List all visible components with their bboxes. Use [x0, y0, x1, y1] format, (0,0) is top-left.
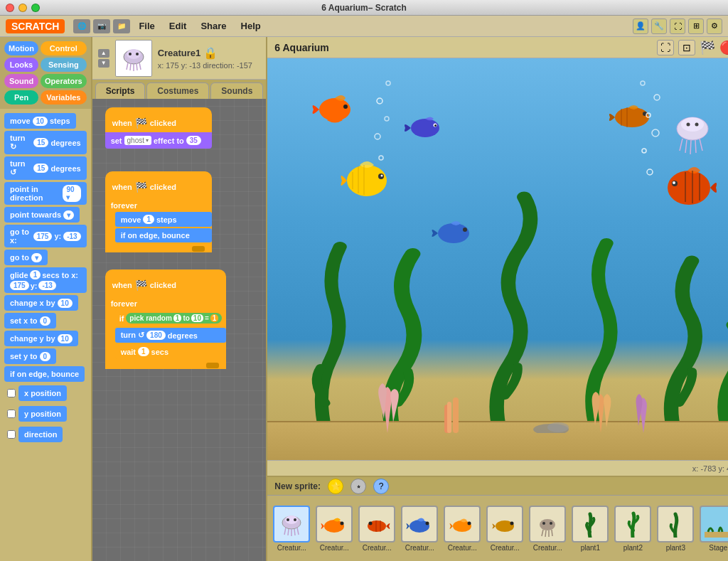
maximize-button[interactable] — [31, 4, 40, 12]
minimize-button[interactable] — [18, 4, 27, 12]
set-ghost-effect-block[interactable]: set ghost ▾ effect to 35 — [105, 132, 212, 149]
turn-left-block[interactable]: turn ↺ 15 degrees — [4, 156, 87, 180]
sprite-item-plant1[interactable]: plant1 — [572, 506, 609, 552]
category-sound[interactable]: Sound — [4, 74, 38, 88]
category-sensing[interactable]: Sensing — [41, 58, 87, 72]
sprite-next-button[interactable]: ▼ — [98, 59, 109, 68]
sprite-item-creature5[interactable]: Creatur... — [444, 506, 481, 552]
file-menu[interactable]: File — [133, 19, 160, 33]
when-clicked-hat-3[interactable]: when 🏁 clicked — [105, 269, 227, 294]
move-1-steps-block[interactable]: move 1 steps — [115, 212, 212, 227]
change-y-block[interactable]: change y by 10 — [4, 331, 78, 346]
scratch-logo[interactable]: SCRATCH — [6, 19, 65, 33]
add-sprite-help-button[interactable]: ? — [373, 479, 389, 494]
sprite-item-creature2[interactable]: Creatur... — [316, 506, 353, 552]
add-sprite-star-button[interactable]: ⭐ — [328, 479, 343, 494]
sprite-item-plant3[interactable]: plant3 — [657, 506, 694, 552]
menubar: SCRATCH 🌐 📷 📁 File Edit Share Help 👤 🔧 ⛶… — [0, 16, 728, 37]
x-position-checkbox[interactable] — [7, 389, 16, 397]
goto-block[interactable]: go to ▾ — [4, 250, 48, 265]
svg-point-18 — [434, 124, 437, 127]
share-menu[interactable]: Share — [195, 19, 232, 33]
stage-controls: ⛶ ⊡ 🏁 🔴 — [657, 40, 728, 55]
sprite-prev-button[interactable]: ▲ — [98, 49, 109, 58]
if-on-edge-bounce-block[interactable]: if on edge, bounce — [115, 228, 212, 242]
category-variables[interactable]: Variables — [41, 90, 87, 105]
forever-block-2[interactable]: forever move 1 steps if on edge, bounce — [105, 196, 212, 252]
sprite-info: Creature1 🔒 x: 175 y: -13 direction: -15… — [158, 46, 261, 70]
help-menu[interactable]: Help — [235, 19, 267, 33]
fullscreen-icon[interactable]: ⛶ — [670, 18, 685, 34]
green-flag-button[interactable]: 🏁 — [700, 40, 715, 55]
sprite-item-creature1[interactable]: Creatur... — [273, 506, 310, 552]
glide-block[interactable]: glide 1 secs to x: 175 y: -13 — [4, 267, 87, 293]
sprite-thumb-creature5 — [444, 506, 481, 543]
if-random-block[interactable]: if pick random 1 to 10 = 1 — [115, 310, 227, 326]
sprite-item-creature3[interactable]: Creatur... — [358, 506, 395, 552]
close-button[interactable] — [6, 4, 14, 12]
category-motion[interactable]: Motion — [4, 41, 38, 55]
y-position-block[interactable]: y position — [18, 406, 67, 422]
goto-xy-block[interactable]: go to x: 175 y: -13 — [4, 225, 87, 247]
add-sprite-paint-button[interactable]: ⭒ — [350, 479, 366, 494]
point-towards-block[interactable]: point towards ▾ — [4, 207, 80, 223]
wait-1-secs-block[interactable]: wait 1 secs — [115, 344, 227, 359]
camera-icon[interactable]: 📷 — [93, 19, 110, 33]
expand-icon[interactable]: ⛶ — [657, 40, 674, 55]
forever-block-3[interactable]: forever if pick random 1 to 10 = — [105, 294, 227, 369]
shrink-icon[interactable]: ⊡ — [678, 40, 695, 55]
stage-title: 6 Aquarium — [274, 42, 329, 53]
category-operators[interactable]: Operators — [41, 74, 87, 88]
jellyfish-sprite — [671, 112, 714, 165]
direction-checkbox[interactable] — [7, 430, 16, 439]
sprite-label-plant3: plant3 — [666, 544, 685, 552]
sprite-item-creature4[interactable]: Creatur... — [401, 506, 438, 552]
sprite-thumb-plant3 — [657, 506, 694, 543]
change-x-block[interactable]: change x by 10 — [4, 295, 78, 311]
svg-point-44 — [687, 123, 690, 127]
when-clicked-hat-2[interactable]: when 🏁 clicked — [105, 171, 212, 196]
tab-costumes[interactable]: Costumes — [146, 82, 209, 99]
svg-point-33 — [615, 107, 649, 127]
category-pen[interactable]: Pen — [4, 90, 38, 105]
turn-right-block[interactable]: turn ↻ 15 degrees — [4, 131, 87, 154]
direction-row: direction — [4, 425, 87, 444]
edge-bounce-block[interactable]: if on edge, bounce — [4, 366, 85, 382]
forever-inner-3: if pick random 1 to 10 = 1 — [115, 310, 227, 362]
sprite-item-stage[interactable]: Stage — [700, 506, 728, 552]
svg-point-38 — [681, 117, 704, 132]
set-y-block[interactable]: set y to 0 — [4, 348, 56, 364]
move-block[interactable]: move 10 steps — [4, 113, 76, 129]
sprite-item-creature7[interactable]: Creatur... — [529, 506, 566, 552]
sprite-label-creature4: Creatur... — [405, 544, 434, 552]
settings-icon[interactable]: ⚙ — [707, 18, 722, 34]
set-x-block[interactable]: set x to 0 — [4, 313, 56, 328]
grid-icon[interactable]: ⊞ — [688, 18, 704, 34]
x-position-row: x position — [4, 384, 87, 402]
edit-menu[interactable]: Edit — [164, 19, 193, 33]
x-position-block[interactable]: x position — [18, 385, 67, 401]
tools-icon[interactable]: 🔧 — [651, 18, 667, 34]
sprite-label-plant1: plant1 — [581, 544, 600, 552]
category-looks[interactable]: Looks — [4, 58, 38, 72]
tab-sounds[interactable]: Sounds — [210, 82, 263, 99]
y-position-checkbox[interactable] — [7, 410, 16, 418]
point-direction-block[interactable]: point in direction 90 ▾ — [4, 182, 87, 205]
stop-button[interactable]: 🔴 — [719, 40, 728, 55]
globe-icon[interactable]: 🌐 — [73, 19, 90, 33]
category-buttons: Motion Control Looks Sensing Sound Opera… — [0, 37, 91, 109]
category-control[interactable]: Control — [41, 41, 87, 55]
svg-line-63 — [297, 528, 299, 535]
lock-icon[interactable]: 🔒 — [203, 46, 218, 60]
tab-scripts[interactable]: Scripts — [95, 82, 146, 99]
direction-block[interactable]: direction — [18, 427, 63, 442]
sprite-item-plant2[interactable]: plant2 — [614, 506, 651, 552]
turn-180-block[interactable]: turn ↺ 180 degrees — [115, 328, 227, 343]
folder-icon[interactable]: 📁 — [113, 19, 130, 33]
person-icon[interactable]: 👤 — [633, 18, 648, 34]
fish-1 — [310, 87, 360, 129]
sprite-item-creature6[interactable]: Creatur... — [486, 506, 523, 552]
scripts-canvas[interactable]: when 🏁 clicked set ghost ▾ effect to 35 … — [92, 99, 267, 561]
when-clicked-hat-1[interactable]: when 🏁 clicked — [105, 107, 212, 132]
script-group-3: when 🏁 clicked forever if pick random — [105, 269, 227, 369]
